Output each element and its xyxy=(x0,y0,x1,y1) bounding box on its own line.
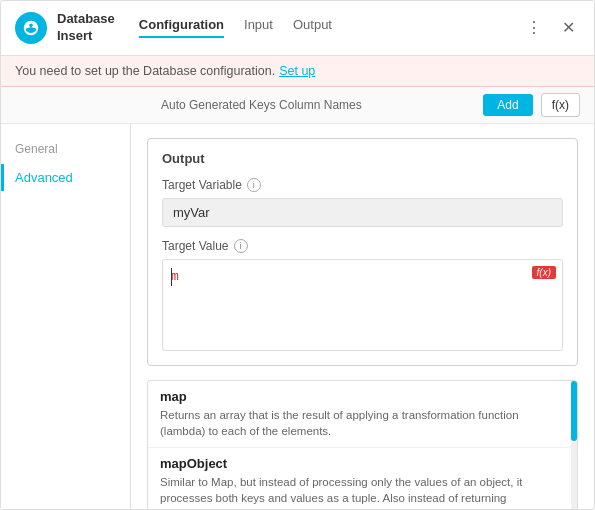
add-button[interactable]: Add xyxy=(483,94,532,116)
titlebar-actions: ⋮ ✕ xyxy=(522,16,580,40)
target-value-info-icon[interactable]: i xyxy=(234,239,248,253)
autocomplete-scrollbar[interactable] xyxy=(571,381,577,509)
target-value-cursor-char: m xyxy=(171,268,179,283)
target-value-container: m f(x) xyxy=(162,259,563,351)
autocomplete-list: map Returns an array that is the result … xyxy=(147,380,578,509)
autocomplete-item-map[interactable]: map Returns an array that is the result … xyxy=(148,381,577,448)
autocomplete-scrollbar-thumb xyxy=(571,381,577,441)
tab-input[interactable]: Input xyxy=(244,17,273,38)
autocomplete-item-mapobject[interactable]: mapObject Similar to Map, but instead of… xyxy=(148,448,577,509)
fx-badge[interactable]: f(x) xyxy=(532,266,556,279)
tab-bar: Configuration Input Output xyxy=(139,17,522,38)
alert-banner: You need to set up the Database configur… xyxy=(1,56,594,87)
tab-output[interactable]: Output xyxy=(293,17,332,38)
autocomplete-desc-map: Returns an array that is the result of a… xyxy=(160,407,557,439)
target-variable-label: Target Variable i xyxy=(162,178,563,192)
target-value-label: Target Value i xyxy=(162,239,563,253)
autocomplete-name-map: map xyxy=(160,389,557,404)
app-window: Database Insert Configuration Input Outp… xyxy=(0,0,595,510)
autocomplete-name-mapobject: mapObject xyxy=(160,456,557,471)
output-section: Output Target Variable i Target Value i … xyxy=(147,138,578,366)
top-action-bar: Auto Generated Keys Column Names Add f(x… xyxy=(1,87,594,124)
target-variable-input[interactable] xyxy=(162,198,563,227)
setup-link[interactable]: Set up xyxy=(279,64,315,78)
titlebar: Database Insert Configuration Input Outp… xyxy=(1,1,594,56)
top-bar-label: Auto Generated Keys Column Names xyxy=(161,98,475,112)
app-logo xyxy=(15,12,47,44)
main-content: General Advanced Output Target Variable … xyxy=(1,124,594,509)
more-options-icon[interactable]: ⋮ xyxy=(522,16,546,40)
sidebar-general-label: General xyxy=(1,138,130,164)
target-variable-info-icon[interactable]: i xyxy=(247,178,261,192)
sidebar: General Advanced xyxy=(1,124,131,509)
fx-button[interactable]: f(x) xyxy=(541,93,580,117)
close-icon[interactable]: ✕ xyxy=(556,16,580,40)
sidebar-item-advanced[interactable]: Advanced xyxy=(1,164,130,191)
autocomplete-desc-mapobject: Similar to Map, but instead of processin… xyxy=(160,474,557,506)
tab-configuration[interactable]: Configuration xyxy=(139,17,224,38)
alert-message: You need to set up the Database configur… xyxy=(15,64,275,78)
cursor-line xyxy=(171,268,172,286)
output-section-title: Output xyxy=(162,151,563,166)
app-title: Database Insert xyxy=(57,11,115,45)
content-panel: Output Target Variable i Target Value i … xyxy=(131,124,594,509)
